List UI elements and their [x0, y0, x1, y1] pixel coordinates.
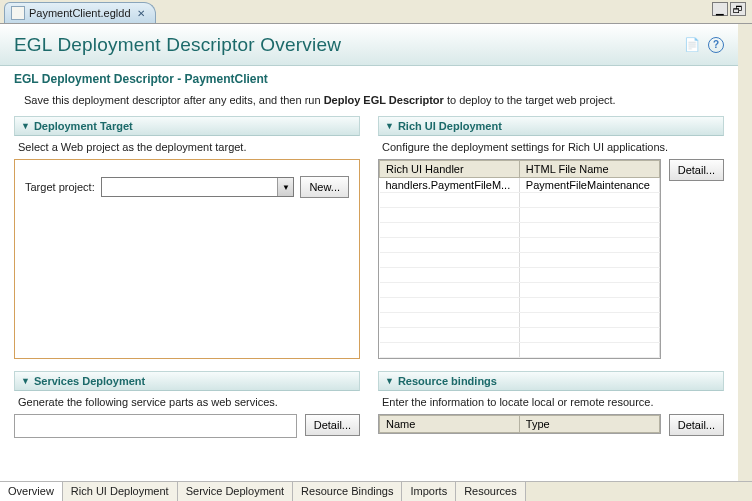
services-deployment-section: ▼ Services Deployment Generate the follo… — [14, 371, 360, 438]
table-row[interactable] — [380, 208, 660, 223]
tab-resource-bindings[interactable]: Resource Bindings — [293, 482, 402, 501]
sub-desc-before: Save this deployment descriptor after an… — [24, 94, 324, 106]
header-banner: EGL Deployment Descriptor Overview 📄 ? — [0, 24, 738, 66]
editor-tab-strip: PaymentClient.egldd ✕ — [0, 0, 752, 24]
twistie-icon[interactable]: ▼ — [385, 121, 394, 131]
scroll-down-icon[interactable]: ▼ — [738, 467, 752, 481]
vertical-scrollbar[interactable]: ▲ ▼ — [738, 24, 752, 481]
services-desc: Generate the following service parts as … — [14, 391, 360, 414]
chevron-down-icon[interactable]: ▼ — [277, 178, 293, 196]
rich-ui-table[interactable]: Rich UI HandlerHTML File Namehandlers.Pa… — [378, 159, 661, 359]
sub-desc-bold: Deploy EGL Descriptor — [324, 94, 444, 106]
table-row[interactable] — [380, 283, 660, 298]
column-header[interactable]: Rich UI Handler — [380, 161, 520, 178]
twistie-icon[interactable]: ▼ — [21, 376, 30, 386]
minimize-button[interactable]: ▁ — [712, 2, 728, 16]
column-header[interactable]: Name — [380, 416, 520, 433]
bindings-table[interactable]: NameType — [378, 414, 661, 434]
table-row[interactable] — [380, 238, 660, 253]
scrollbar-thumb[interactable] — [739, 40, 751, 126]
deployment-target-section: ▼ Deployment Target Select a Web project… — [14, 116, 360, 359]
maximize-button[interactable]: 🗗 — [730, 2, 746, 16]
table-row[interactable]: handlers.PaymentFileM...PaymentFileMaint… — [380, 178, 660, 193]
tab-overview[interactable]: Overview — [0, 482, 63, 501]
column-header[interactable]: HTML File Name — [519, 161, 659, 178]
bottom-tab-bar: OverviewRich UI DeploymentService Deploy… — [0, 481, 752, 501]
bindings-desc: Enter the information to locate local or… — [378, 391, 724, 414]
services-table[interactable] — [14, 414, 297, 438]
rich-ui-detail-button[interactable]: Detail... — [669, 159, 724, 181]
tab-rich-ui-deployment[interactable]: Rich UI Deployment — [63, 482, 178, 501]
sub-description: Save this deployment descriptor after an… — [0, 90, 738, 116]
table-row[interactable] — [380, 193, 660, 208]
file-tab-label: PaymentClient.egldd — [29, 7, 131, 19]
table-row[interactable] — [380, 328, 660, 343]
table-row[interactable] — [380, 223, 660, 238]
new-project-button[interactable]: New... — [300, 176, 349, 198]
tab-imports[interactable]: Imports — [402, 482, 456, 501]
target-project-dropdown[interactable]: ▼ — [101, 177, 295, 197]
table-row[interactable] — [380, 253, 660, 268]
table-row[interactable] — [380, 268, 660, 283]
rich-ui-section: ▼ Rich UI Deployment Configure the deplo… — [378, 116, 724, 359]
rich-ui-title: Rich UI Deployment — [398, 120, 502, 132]
table-row[interactable] — [380, 313, 660, 328]
egldd-file-icon — [11, 6, 25, 20]
deployment-target-title: Deployment Target — [34, 120, 133, 132]
sub-desc-after: to deploy to the target web project. — [444, 94, 616, 106]
page-title: EGL Deployment Descriptor Overview — [14, 34, 341, 56]
scroll-up-icon[interactable]: ▲ — [738, 24, 752, 38]
column-header[interactable]: Type — [519, 416, 659, 433]
file-tab[interactable]: PaymentClient.egldd ✕ — [4, 2, 156, 23]
deployment-target-desc: Select a Web project as the deployment t… — [14, 136, 360, 159]
export-icon[interactable]: 📄 — [684, 37, 700, 53]
tab-service-deployment[interactable]: Service Deployment — [178, 482, 293, 501]
services-title: Services Deployment — [34, 375, 145, 387]
table-row[interactable] — [380, 343, 660, 358]
editor-body: EGL Deployment Descriptor Overview 📄 ? E… — [0, 24, 752, 481]
rich-ui-desc: Configure the deployment settings for Ri… — [378, 136, 724, 159]
services-detail-button[interactable]: Detail... — [305, 414, 360, 436]
bindings-title: Resource bindings — [398, 375, 497, 387]
tab-resources[interactable]: Resources — [456, 482, 526, 501]
close-icon[interactable]: ✕ — [137, 8, 145, 19]
table-row[interactable] — [380, 298, 660, 313]
help-icon[interactable]: ? — [708, 37, 724, 53]
bindings-detail-button[interactable]: Detail... — [669, 414, 724, 436]
resource-bindings-section: ▼ Resource bindings Enter the informatio… — [378, 371, 724, 436]
sub-header: EGL Deployment Descriptor - PaymentClien… — [0, 66, 738, 90]
twistie-icon[interactable]: ▼ — [21, 121, 30, 131]
twistie-icon[interactable]: ▼ — [385, 376, 394, 386]
target-project-label: Target project: — [25, 181, 95, 193]
